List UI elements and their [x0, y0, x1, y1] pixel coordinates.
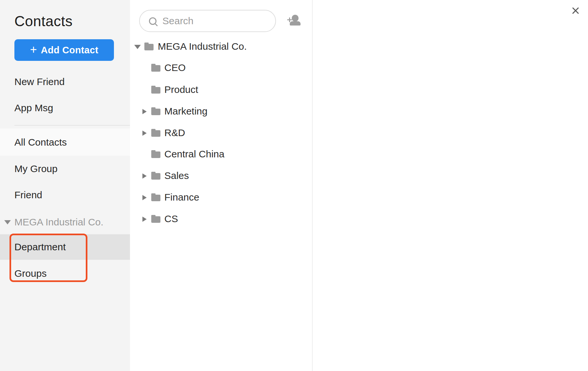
- sidebar-item-label: My Group: [14, 163, 58, 174]
- sidebar-item-label: Groups: [14, 268, 46, 279]
- tree-node-sales[interactable]: Sales: [130, 165, 312, 187]
- sidebar-item-app-msg[interactable]: App Msg: [0, 95, 130, 121]
- folder-icon: [151, 195, 160, 201]
- tree-node-ceo[interactable]: CEO: [130, 57, 312, 79]
- folder-icon: [151, 65, 160, 72]
- chevron-right-icon[interactable]: [142, 109, 147, 114]
- folder-icon: [151, 109, 160, 115]
- tree-node-label: CEO: [164, 62, 186, 73]
- sidebar-item-friend[interactable]: Friend: [0, 182, 130, 208]
- tree-node-rd[interactable]: R&D: [130, 122, 312, 144]
- tree-node-product[interactable]: Product: [130, 79, 312, 101]
- person-head-icon: [292, 15, 299, 22]
- contacts-window: Contacts + Add Contact New Friend App Ms…: [0, 0, 588, 371]
- sidebar-item-label: App Msg: [14, 102, 53, 114]
- tree-node-label: Product: [164, 84, 198, 95]
- tree-node-label: Central China: [164, 149, 224, 160]
- folder-icon: [151, 173, 160, 180]
- add-contact-button[interactable]: + Add Contact: [14, 39, 114, 61]
- chevron-right-icon[interactable]: [142, 195, 147, 200]
- tree-node-label: R&D: [164, 127, 185, 138]
- tree-node-label: CS: [164, 213, 178, 224]
- directory-panel: MEGA Industrial Co. CEO Product Marketin…: [130, 0, 313, 371]
- sidebar-item-department[interactable]: Department: [0, 234, 130, 260]
- folder-icon: [151, 216, 160, 223]
- sidebar-item-new-friend[interactable]: New Friend: [0, 69, 130, 95]
- chevron-right-icon[interactable]: [142, 131, 147, 136]
- tree-node-cs[interactable]: CS: [130, 208, 312, 230]
- tree-node-central-china[interactable]: Central China: [130, 144, 312, 165]
- chevron-down-icon[interactable]: [134, 45, 141, 49]
- search-bar[interactable]: [139, 10, 276, 32]
- sidebar-item-label: New Friend: [14, 76, 64, 87]
- add-person-icon[interactable]: [287, 15, 301, 26]
- sidebar-item-label: MEGA Industrial Co.: [14, 217, 103, 228]
- sidebar-item-all-contacts[interactable]: All Contacts: [0, 129, 130, 156]
- chevron-right-icon[interactable]: [142, 217, 147, 222]
- sidebar: Contacts + Add Contact New Friend App Ms…: [0, 0, 130, 371]
- sidebar-item-label: All Contacts: [14, 137, 67, 148]
- person-body-icon: [290, 21, 301, 26]
- folder-icon: [151, 151, 160, 158]
- page-title: Contacts: [14, 13, 73, 29]
- sidebar-item-label: Department: [14, 241, 66, 253]
- sidebar-item-label: Friend: [14, 189, 42, 201]
- close-icon[interactable]: [571, 7, 580, 15]
- tree-node-label: Sales: [164, 170, 189, 181]
- plus-icon: +: [30, 44, 37, 56]
- search-input[interactable]: [162, 15, 268, 27]
- search-icon: [149, 17, 156, 25]
- sidebar-item-mega-industrial[interactable]: MEGA Industrial Co.: [0, 209, 130, 235]
- detail-panel: [313, 0, 588, 371]
- sidebar-divider: [14, 125, 130, 126]
- chevron-right-icon[interactable]: [142, 173, 147, 179]
- tree-node-label: Finance: [164, 192, 199, 203]
- tree-node-finance[interactable]: Finance: [130, 187, 312, 208]
- add-contact-label: Add Contact: [41, 45, 99, 56]
- chevron-down-icon: [4, 220, 11, 224]
- folder-icon: [151, 87, 160, 94]
- tree-node-mega-industrial[interactable]: MEGA Industrial Co.: [130, 36, 312, 58]
- sidebar-item-groups[interactable]: Groups: [0, 260, 130, 287]
- tree-node-label: MEGA Industrial Co.: [158, 41, 247, 52]
- sidebar-item-my-group[interactable]: My Group: [0, 156, 130, 182]
- tree-node-marketing[interactable]: Marketing: [130, 101, 312, 122]
- tree-node-label: Marketing: [164, 106, 208, 117]
- folder-icon: [144, 44, 154, 50]
- folder-icon: [151, 130, 160, 137]
